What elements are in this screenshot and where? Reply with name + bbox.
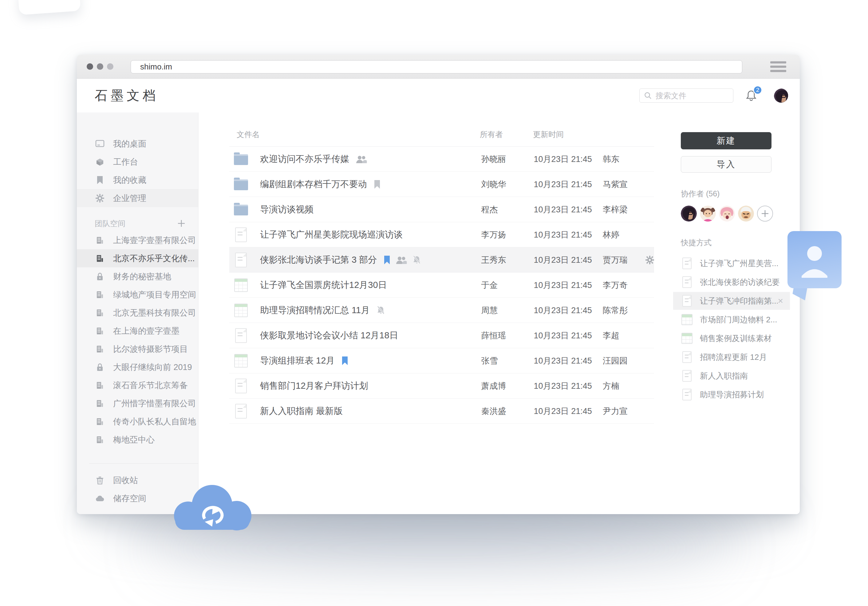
file-name: 助理导演招聘情况汇总 11月 xyxy=(260,304,370,316)
shortcut-label: 助理导演招募计划 xyxy=(700,389,783,400)
sidebar-team-team[interactable]: 传奇小队长私人自留地 xyxy=(77,412,198,431)
add-collaborator-button[interactable] xyxy=(757,206,773,222)
file-owner: 萧成博 xyxy=(481,380,534,392)
minimize-button[interactable] xyxy=(97,63,103,70)
file-updater: 李万奇 xyxy=(603,280,641,291)
file-updated-time: 10月23日 21:45 xyxy=(534,406,603,417)
url-text: shimo.im xyxy=(140,62,172,71)
contact-bubble[interactable] xyxy=(787,231,842,288)
doc-icon xyxy=(234,228,248,242)
team-space-header: 团队空间 xyxy=(77,216,198,231)
team-space-label: 团队空间 xyxy=(95,219,177,229)
sidebar-item-admin[interactable]: 企业管理 xyxy=(77,189,198,207)
add-team-button[interactable] xyxy=(177,219,186,228)
building-icon xyxy=(95,344,105,354)
sidebar-team-team[interactable]: 北京无墨科技有限公司 xyxy=(77,304,198,322)
search-placeholder: 搜索文件 xyxy=(656,91,686,101)
shortcut-item[interactable]: 让子弹飞广州星美营... xyxy=(673,254,790,272)
table-row[interactable]: 让子弹飞全国票房统计12月30日 于金 10月23日 21:45 李万奇 xyxy=(229,273,654,298)
table-row[interactable]: 导演组排班表 12月 张雪 10月23日 21:45 汪园园 xyxy=(229,348,654,374)
sheet-icon xyxy=(681,314,693,325)
file-owner: 程杰 xyxy=(481,204,534,215)
search-input[interactable]: 搜索文件 xyxy=(639,88,733,103)
folder-icon xyxy=(234,153,248,165)
notification-badge: 2 xyxy=(753,85,762,95)
sidebar-team-team[interactable]: 北京不亦乐乎文化传... xyxy=(77,249,198,267)
user-avatar[interactable] xyxy=(774,88,788,103)
sidebar-team-team[interactable]: 滚石音乐节北京筹备 xyxy=(77,376,198,394)
notifications-button[interactable]: 2 xyxy=(746,90,757,101)
folder-icon xyxy=(234,203,248,215)
file-owner: 孙晓丽 xyxy=(481,153,534,165)
file-updater: 马紫宣 xyxy=(603,179,641,190)
shortcut-item[interactable]: 销售案例及训练素材 xyxy=(673,329,790,347)
doc-icon xyxy=(234,253,248,267)
bell-muted-icon xyxy=(412,256,421,265)
sidebar-team-team[interactable]: 上海壹字壹墨有限公司 xyxy=(77,231,198,249)
avatar-cap[interactable] xyxy=(738,206,754,222)
sidebar-team-team[interactable]: 比尔波特摄影节项目 xyxy=(77,340,198,358)
avatar-dark[interactable] xyxy=(681,206,697,222)
table-row[interactable]: 新人入职指南 最新版 秦洪盛 10月23日 21:45 尹力宣 xyxy=(229,398,654,424)
file-updater: 贾万瑞 xyxy=(603,254,641,265)
table-header: 文件名 所有者 更新时间 xyxy=(229,113,654,147)
avatar-pigtails[interactable] xyxy=(700,206,716,222)
close-icon[interactable]: × xyxy=(778,296,783,305)
sidebar-team-team[interactable]: 财务的秘密基地 xyxy=(77,267,198,285)
zoom-button[interactable] xyxy=(107,63,113,70)
table-row[interactable]: 销售部门12月客户拜访计划 萧成博 10月23日 21:45 方楠 xyxy=(229,374,654,398)
address-bar[interactable]: shimo.im xyxy=(131,60,742,73)
building-icon xyxy=(95,253,105,263)
browser-menu-icon[interactable] xyxy=(770,61,786,72)
file-updater: 李梓梁 xyxy=(603,204,641,215)
table-row[interactable]: 侠影张北海访谈手记第 3 部分 王秀东 10月23日 21:45 贾万瑞 xyxy=(229,247,654,273)
sidebar-team-team[interactable]: 梅地亞中心 xyxy=(77,431,198,449)
close-button[interactable] xyxy=(87,63,93,70)
sidebar-team-team[interactable]: 在上海的壹字壹墨 xyxy=(77,322,198,340)
table-row[interactable]: 欢迎访问不亦乐乎传媒 孙晓丽 10月23日 21:45 韩东 xyxy=(229,147,654,172)
shortcut-item[interactable]: 新人入职指南 xyxy=(673,367,790,385)
browser-window: shimo.im 石墨文档 搜索文件 2 我的桌面 工作台 我的收藏 企业管理 … xyxy=(77,55,800,514)
table-row[interactable]: 让子弹飞广州星美影院现场巡演访谈 李万扬 10月23日 21:45 林婷 xyxy=(229,222,654,247)
file-updated-time: 10月23日 21:45 xyxy=(534,153,603,165)
shortcut-item[interactable]: 张北海侠影的访谈纪要 xyxy=(673,273,790,291)
file-updated-time: 10月23日 21:45 xyxy=(534,254,603,265)
file-updater: 尹力宣 xyxy=(603,406,641,417)
file-updated-time: 10月23日 21:45 xyxy=(534,179,603,190)
building-icon xyxy=(95,416,105,427)
avatar-pink[interactable] xyxy=(719,206,735,222)
new-button[interactable]: 新建 xyxy=(681,132,772,149)
sidebar-item-favorites[interactable]: 我的收藏 xyxy=(77,171,198,189)
table-row[interactable]: 编剧组剧本存档千万不要动 刘晓华 10月23日 21:45 马紫宣 xyxy=(229,172,654,197)
file-updater: 林婷 xyxy=(603,229,641,240)
shortcut-item[interactable]: 市场部门周边物料 2... xyxy=(673,311,790,329)
sidebar-team-team[interactable]: 绿城地产项目专用空间 xyxy=(77,285,198,304)
sheet-icon xyxy=(234,354,248,367)
shortcuts-label: 快捷方式 xyxy=(681,237,790,248)
building-icon xyxy=(95,308,105,318)
folder-icon xyxy=(234,178,248,190)
table-row[interactable]: 导演访谈视频 程杰 10月23日 21:45 李梓梁 xyxy=(229,197,654,222)
doc-icon xyxy=(234,378,248,393)
shortcut-item[interactable]: 招聘流程更新 12月 xyxy=(673,348,790,366)
file-name: 编剧组剧本存档千万不要动 xyxy=(260,178,367,191)
sidebar-team-team[interactable]: 广州惜字惜墨有限公司 xyxy=(77,394,198,412)
file-owner: 李万扬 xyxy=(481,229,534,240)
shortcut-item[interactable]: 让子弹飞冲印指南第... × xyxy=(673,292,790,310)
doc-icon xyxy=(681,257,693,269)
sidebar-item-workbench[interactable]: 工作台 xyxy=(77,153,198,171)
file-updated-time: 10月23日 21:45 xyxy=(534,305,603,316)
file-name: 新人入职指南 最新版 xyxy=(260,405,343,417)
table-row[interactable]: 助理导演招聘情况汇总 11月 周慧 10月23日 21:45 陈常彤 xyxy=(229,298,654,323)
sidebar-item-desktop[interactable]: 我的桌面 xyxy=(77,135,198,153)
sidebar-team-team[interactable]: 大眼仔继续向前 2019 xyxy=(77,358,198,376)
shortcut-label: 让子弹飞广州星美营... xyxy=(700,258,783,269)
table-row[interactable]: 侠影取景地讨论会议小结 12月18日 薛恒瑶 10月23日 21:45 李超 xyxy=(229,323,654,348)
row-settings-icon[interactable] xyxy=(641,256,654,264)
shortcut-item[interactable]: 助理导演招募计划 xyxy=(673,386,790,403)
import-button[interactable]: 导入 xyxy=(681,156,772,173)
file-updater: 方楠 xyxy=(603,380,641,392)
person-icon xyxy=(796,240,833,280)
page: { "browser": { "url": "shimo.im" }, "app… xyxy=(0,0,868,606)
sync-cloud-icon xyxy=(166,481,258,536)
